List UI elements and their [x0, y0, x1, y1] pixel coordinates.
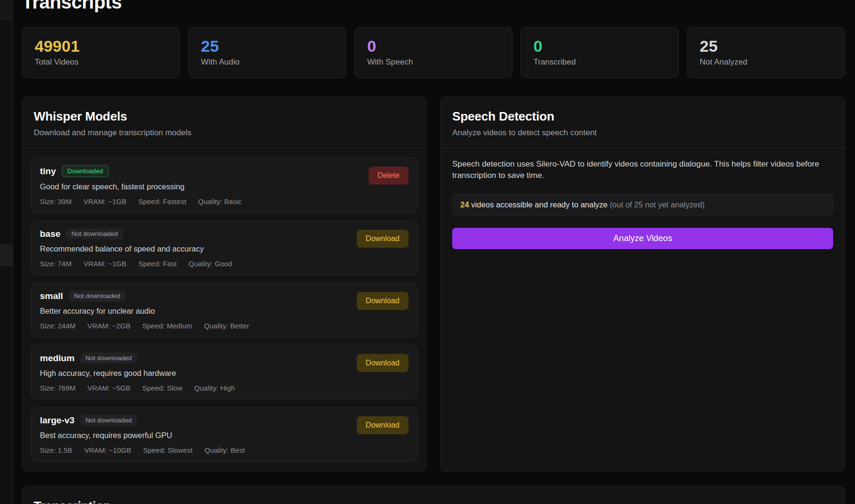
- model-speed: Speed: Medium: [142, 322, 192, 330]
- model-row-tiny: tiny Downloaded Good for clear speech, f…: [31, 158, 418, 213]
- model-size: Size: 769M: [40, 384, 76, 392]
- model-name: small: [40, 291, 63, 301]
- download-model-button[interactable]: Download: [357, 230, 408, 248]
- stat-card-not-analyzed: 25 Not Analyzed: [687, 27, 845, 78]
- model-meta: Size: 39M VRAM: ~1GB Speed: Fastest Qual…: [40, 197, 369, 205]
- ready-status-box: 24 videos accessible and ready to analyz…: [452, 194, 833, 216]
- model-speed: Speed: Fast: [138, 260, 177, 268]
- model-meta: Size: 769M VRAM: ~5GB Speed: Slow Qualit…: [40, 384, 357, 392]
- model-size: Size: 244M: [40, 322, 76, 330]
- not-downloaded-badge: Not downloaded: [80, 353, 137, 364]
- model-quality: Quality: Best: [204, 446, 245, 454]
- stat-label: With Speech: [367, 57, 500, 67]
- model-speed: Speed: Slow: [142, 384, 182, 392]
- speech-panel-title: Speech Detection: [452, 109, 833, 124]
- whisper-panel-subtitle: Download and manage transcription models: [34, 128, 415, 138]
- transcription-panel: Transcription: [22, 486, 845, 504]
- model-info: base Not downloaded Recommended balance …: [40, 228, 357, 268]
- stat-label: Total Videos: [35, 57, 167, 67]
- sidebar-top-section: [0, 0, 13, 20]
- model-description: Best accuracy, requires powerful GPU: [40, 431, 357, 440]
- panels-row: Whisper Models Download and manage trans…: [22, 96, 845, 472]
- not-downloaded-badge: Not downloaded: [66, 228, 123, 239]
- model-size: Size: 39M: [40, 197, 72, 205]
- stat-card-with-audio: 25 With Audio: [188, 27, 346, 78]
- ready-count: 24: [460, 200, 469, 209]
- model-quality: Quality: High: [194, 384, 235, 392]
- stat-label: Not Analyzed: [700, 57, 832, 67]
- model-list: tiny Downloaded Good for clear speech, f…: [22, 148, 426, 471]
- model-name: medium: [40, 353, 75, 364]
- model-quality: Quality: Better: [204, 322, 249, 330]
- model-quality: Quality: Basic: [198, 197, 242, 205]
- model-size: Size: 1.5B: [40, 446, 72, 454]
- transcription-panel-title: Transcription: [34, 499, 833, 504]
- stat-value: 0: [367, 37, 500, 55]
- speech-description: Speech detection uses Silero-VAD to iden…: [452, 159, 833, 181]
- model-vram: VRAM: ~1GB: [84, 197, 126, 205]
- download-model-button[interactable]: Download: [357, 416, 408, 434]
- model-vram: VRAM: ~1GB: [84, 260, 126, 268]
- model-meta: Size: 244M VRAM: ~2GB Speed: Medium Qual…: [40, 322, 357, 330]
- analyze-videos-button[interactable]: Analyze Videos: [452, 228, 833, 249]
- model-info: medium Not downloaded High accuracy, req…: [40, 353, 357, 392]
- main-content: Transcripts 49901 Total Videos 25 With A…: [14, 0, 855, 504]
- model-meta: Size: 74M VRAM: ~1GB Speed: Fast Quality…: [40, 260, 357, 268]
- stat-value: 0: [533, 37, 666, 55]
- download-model-button[interactable]: Download: [357, 354, 408, 372]
- page-title: Transcripts: [22, 0, 845, 12]
- speech-panel-body: Speech detection uses Silero-VAD to iden…: [441, 148, 845, 260]
- speech-panel-subtitle: Analyze videos to detect speech content: [452, 128, 833, 138]
- model-size: Size: 74M: [40, 260, 72, 268]
- speech-panel-header: Speech Detection Analyze videos to detec…: [441, 97, 845, 148]
- model-name: tiny: [40, 166, 56, 177]
- download-model-button[interactable]: Download: [357, 292, 408, 310]
- model-info: tiny Downloaded Good for clear speech, f…: [40, 165, 369, 205]
- downloaded-badge: Downloaded: [62, 165, 109, 177]
- stat-label: With Audio: [201, 57, 333, 67]
- model-info: large-v3 Not downloaded Best accuracy, r…: [40, 415, 357, 454]
- not-downloaded-badge: Not downloaded: [80, 415, 137, 426]
- stat-card-with-speech: 0 With Speech: [354, 27, 513, 78]
- whisper-panel-header: Whisper Models Download and manage trans…: [22, 97, 426, 148]
- model-speed: Speed: Slowest: [143, 446, 192, 454]
- model-description: High accuracy, requires good hardware: [40, 369, 357, 378]
- ready-text: videos accessible and ready to analyze: [469, 200, 609, 209]
- sidebar-active-item[interactable]: [0, 244, 13, 266]
- model-vram: VRAM: ~2GB: [87, 322, 130, 330]
- model-speed: Speed: Fastest: [138, 197, 186, 205]
- stat-label: Transcribed: [533, 57, 666, 67]
- model-row-small: small Not downloaded Better accuracy for…: [31, 283, 418, 337]
- not-downloaded-badge: Not downloaded: [69, 290, 126, 301]
- model-description: Recommended balance of speed and accurac…: [40, 244, 357, 253]
- stat-value: 25: [201, 37, 333, 55]
- model-quality: Quality: Good: [189, 260, 232, 268]
- model-description: Better accuracy for unclear audio: [40, 307, 357, 316]
- model-name: large-v3: [40, 415, 75, 426]
- model-row-base: base Not downloaded Recommended balance …: [31, 221, 418, 275]
- whisper-panel-title: Whisper Models: [34, 109, 415, 124]
- model-vram: VRAM: ~5GB: [87, 384, 130, 392]
- ready-note: (out of 25 not yet analyzed): [610, 200, 705, 209]
- model-info: small Not downloaded Better accuracy for…: [40, 290, 357, 330]
- model-vram: VRAM: ~10GB: [84, 446, 131, 454]
- stats-row: 49901 Total Videos 25 With Audio 0 With …: [22, 27, 845, 78]
- sidebar: [0, 0, 13, 504]
- stat-card-total-videos: 49901 Total Videos: [22, 27, 180, 78]
- model-name: base: [40, 229, 60, 239]
- delete-model-button[interactable]: Delete: [369, 167, 408, 185]
- stat-value: 25: [700, 37, 832, 55]
- stat-value: 49901: [35, 37, 167, 55]
- speech-detection-panel: Speech Detection Analyze videos to detec…: [440, 96, 845, 472]
- model-meta: Size: 1.5B VRAM: ~10GB Speed: Slowest Qu…: [40, 446, 357, 454]
- model-row-medium: medium Not downloaded High accuracy, req…: [31, 345, 418, 400]
- model-row-large-v3: large-v3 Not downloaded Best accuracy, r…: [31, 407, 418, 462]
- stat-card-transcribed: 0 Transcribed: [521, 27, 679, 78]
- model-description: Good for clear speech, fastest processin…: [40, 182, 369, 191]
- whisper-models-panel: Whisper Models Download and manage trans…: [22, 96, 427, 472]
